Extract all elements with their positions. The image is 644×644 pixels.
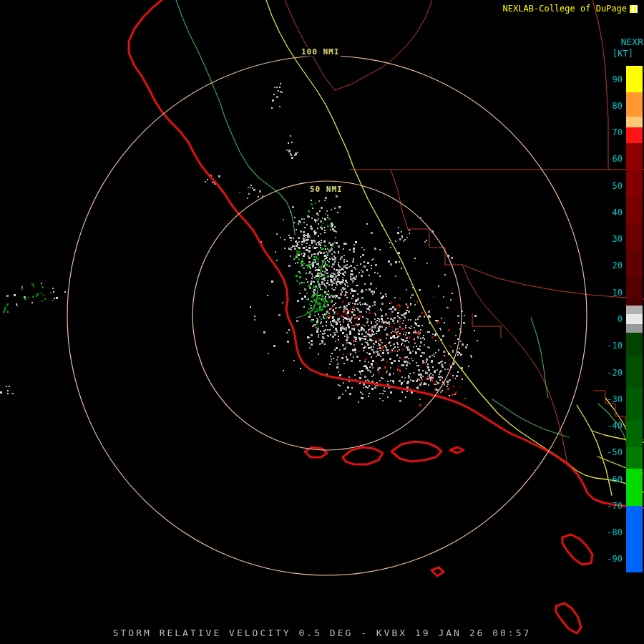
range-ring-100nmi <box>67 56 587 575</box>
coastline <box>431 567 444 576</box>
colorbar-tick-label: -30 <box>607 394 623 405</box>
colorbar-tick-label: -50 <box>607 447 623 458</box>
velocity-colorbar <box>626 66 643 572</box>
map-overlay <box>0 0 644 644</box>
colorbar-tick-label: 80 <box>613 100 623 112</box>
colorbar-tick-label: 60 <box>613 153 623 165</box>
coastline <box>129 0 644 508</box>
colorbar-segment <box>626 170 643 196</box>
colorbar-tick-label: -40 <box>607 420 623 431</box>
cod-logo-icon <box>630 5 638 13</box>
colorbar-tick-label: -60 <box>607 474 623 485</box>
colorbar-segment <box>626 117 643 127</box>
county-boundary <box>472 313 501 338</box>
colorbar-segment <box>626 127 643 143</box>
colorbar-segment <box>626 389 643 421</box>
colorbar-segment <box>626 314 643 325</box>
colorbar-tick-label: 50 <box>613 180 623 192</box>
range-ring-50nmi <box>192 181 462 450</box>
colorbar-segment <box>626 276 643 298</box>
colorbar-tick-label: 40 <box>613 207 623 218</box>
colorbar-segment <box>626 356 643 389</box>
product-caption: STORM RELATIVE VELOCITY 0.5 DEG - KVBX 1… <box>0 628 644 638</box>
colorbar-segment <box>626 92 643 117</box>
colorbar-tick-label: 20 <box>613 260 623 271</box>
radar-display: 100 NMI 50 NMI NEXLAB-College of DuPage … <box>0 0 644 644</box>
coastline <box>450 447 464 453</box>
colorbar-segment <box>626 333 643 357</box>
colorbar-tick-label: 0 <box>618 313 623 325</box>
county-boundary <box>462 265 567 464</box>
colorbar-segment <box>626 421 643 447</box>
colorbar-segment <box>626 469 643 506</box>
river <box>176 0 295 235</box>
colorbar-segment <box>626 197 643 223</box>
units-label: [KT] <box>613 49 633 59</box>
river <box>531 318 548 398</box>
colorbar-tick-label: -70 <box>607 500 623 512</box>
county-boundary <box>285 0 335 90</box>
colorbar-tick-labels: 9080706050403020100-10-20-30-40-50-60-70… <box>581 66 623 572</box>
county-boundary <box>335 0 431 90</box>
product-code-label: NEXR <box>621 36 643 47</box>
colorbar-tick-label: -80 <box>607 527 623 538</box>
header: NEXLAB-College of DuPage <box>503 4 638 14</box>
colorbar-tick-label: 10 <box>613 287 623 298</box>
site-title: NEXLAB-College of DuPage <box>503 4 627 14</box>
county-boundary <box>391 170 408 229</box>
colorbar-segment <box>626 506 643 572</box>
river <box>296 242 335 318</box>
colorbar-tick-label: 70 <box>613 127 623 138</box>
colorbar-segment <box>626 143 643 170</box>
colorbar-tick-label: -20 <box>607 367 623 379</box>
colorbar-tick-label: -10 <box>607 340 623 351</box>
range-ring-label-100nmi: 100 NMI <box>300 47 341 57</box>
colorbar-segment <box>626 298 643 306</box>
colorbar-segment <box>626 66 643 92</box>
colorbar-tick-label: 30 <box>613 233 623 245</box>
colorbar-segment <box>626 250 643 276</box>
colorbar-tick-label: 90 <box>613 74 623 85</box>
colorbar-segment <box>626 324 643 332</box>
coastline <box>391 441 441 462</box>
county-boundary <box>408 229 462 265</box>
colorbar-tick-label: -90 <box>607 553 623 565</box>
colorbar-segment <box>626 223 643 250</box>
range-ring-label-50nmi: 50 NMI <box>308 185 344 194</box>
colorbar-segment <box>626 447 643 469</box>
colorbar-segment <box>626 306 643 313</box>
coastline <box>343 447 383 464</box>
